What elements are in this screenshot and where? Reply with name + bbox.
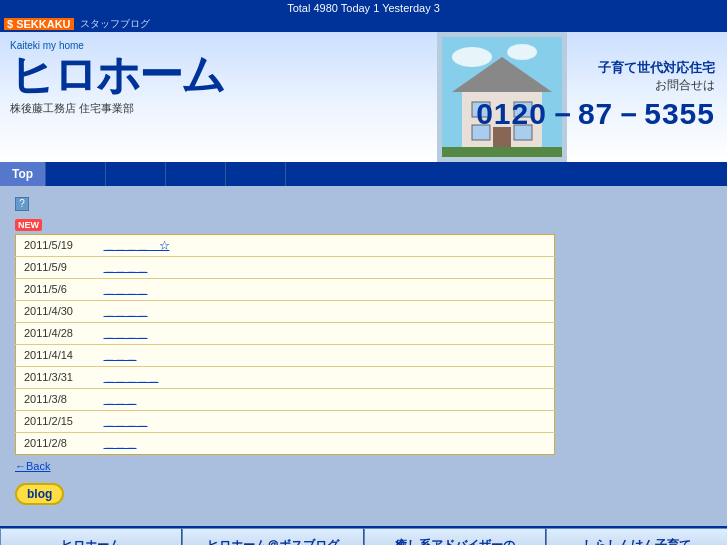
diary-table: 2011/5/19＿＿＿＿ ☆2011/5/9＿＿＿＿2011/5/6＿＿＿＿2… (15, 234, 555, 455)
diary-date-cell: 2011/2/8 (16, 432, 96, 454)
nav-item-3[interactable] (106, 162, 166, 186)
brand-label: $ SEKKAKU (4, 18, 74, 30)
footer-btn-1[interactable]: ヒロホームスタッフブログ (0, 528, 182, 545)
table-row: 2011/4/30＿＿＿＿ (16, 300, 555, 322)
table-row: 2011/4/14＿＿＿ (16, 344, 555, 366)
diary-link[interactable]: ＿＿＿＿ (104, 305, 148, 317)
phone-number: 0120－87－5355 (476, 94, 715, 135)
diary-date-cell: 2011/2/15 (16, 410, 96, 432)
header-left: Kaiteki my home ヒロホーム 株後藤工務店 住宅事業部 (0, 32, 340, 162)
diary-link[interactable]: ＿＿＿＿ (104, 261, 148, 273)
diary-link[interactable]: ＿＿＿ (104, 393, 137, 405)
diary-title-cell[interactable]: ＿＿＿＿ (96, 278, 555, 300)
new-badge: NEW (15, 219, 42, 231)
table-row: 2011/2/8＿＿＿ (16, 432, 555, 454)
nav-item-2[interactable] (46, 162, 106, 186)
diary-link[interactable]: ＿＿＿＿ (104, 415, 148, 427)
kosodate-text: 子育て世代対応住宅 (476, 59, 715, 77)
logo-text: ヒロホーム (10, 53, 330, 97)
stats-bar: Total 4980 Today 1 Yesterday 3 (0, 0, 727, 16)
diary-date-cell: 2011/5/19 (16, 234, 96, 256)
footer-btn-2[interactable]: ヒロホーム＠ボスブログ（別宅で家づくり） (182, 528, 364, 545)
diary-title-cell[interactable]: ＿＿＿ (96, 388, 555, 410)
diary-title-cell[interactable]: ＿＿＿＿＿ (96, 366, 555, 388)
sekkaku-bar: $ SEKKAKU スタッフブログ (0, 16, 727, 32)
diary-link[interactable]: ＿＿＿＿ (104, 327, 148, 339)
diary-link[interactable]: ＿＿＿＿ ☆ (104, 239, 170, 251)
stats-text: Total 4980 Today 1 Yesterday 3 (287, 2, 440, 14)
company-label: 株後藤工務店 住宅事業部 (10, 101, 330, 116)
phone-area: 子育て世代対応住宅 お問合せは 0120－87－5355 (476, 59, 715, 135)
header: Kaiteki my home ヒロホーム 株後藤工務店 住宅事業部 (0, 32, 727, 162)
table-row: 2011/4/28＿＿＿＿ (16, 322, 555, 344)
nav-item-4[interactable] (166, 162, 226, 186)
diary-date-cell: 2011/4/14 (16, 344, 96, 366)
diary-date-cell: 2011/5/6 (16, 278, 96, 300)
table-row: 2011/5/9＿＿＿＿ (16, 256, 555, 278)
diary-title-cell[interactable]: ＿＿＿＿ (96, 410, 555, 432)
diary-date-cell: 2011/5/9 (16, 256, 96, 278)
otoiawase-text: お問合せは (476, 77, 715, 94)
nav-spacer (286, 162, 727, 186)
diary-title-cell[interactable]: ＿＿＿ (96, 432, 555, 454)
blog-badge[interactable]: blog (15, 483, 64, 505)
footer-btn-4[interactable]: しらしんけん子育て (546, 528, 727, 545)
diary-link[interactable]: ＿＿＿ (104, 437, 137, 449)
table-row: 2011/5/6＿＿＿＿ (16, 278, 555, 300)
header-right: 子育て世代対応住宅 お問合せは 0120－87－5355 (340, 32, 727, 162)
diary-date-cell: 2011/3/31 (16, 366, 96, 388)
nav-item-5[interactable] (226, 162, 286, 186)
table-row: 2011/3/8＿＿＿ (16, 388, 555, 410)
diary-title-cell[interactable]: ＿＿＿＿ ☆ (96, 234, 555, 256)
table-row: 2011/3/31＿＿＿＿＿ (16, 366, 555, 388)
diary-link[interactable]: ＿＿＿＿ (104, 283, 148, 295)
footer-nav: ヒロホームスタッフブログ ヒロホーム＠ボスブログ（別宅で家づくり） 癒し系アドバ… (0, 526, 727, 545)
diary-date-cell: 2011/4/30 (16, 300, 96, 322)
table-row: 2011/2/15＿＿＿＿ (16, 410, 555, 432)
diary-link[interactable]: ＿＿＿＿＿ (104, 371, 159, 383)
diary-date-cell: 2011/3/8 (16, 388, 96, 410)
help-icon[interactable]: ? (15, 197, 29, 211)
diary-date-cell: 2011/4/28 (16, 322, 96, 344)
nav-item-top[interactable]: Top (0, 162, 46, 186)
nav-bar: Top (0, 162, 727, 186)
main-content: ? NEW 2011/5/19＿＿＿＿ ☆2011/5/9＿＿＿＿2011/5/… (0, 186, 727, 526)
diary-title-cell[interactable]: ＿＿＿＿ (96, 322, 555, 344)
diary-title-cell[interactable]: ＿＿＿＿ (96, 300, 555, 322)
sekkaku-link[interactable]: スタッフブログ (80, 17, 150, 31)
diary-link[interactable]: ＿＿＿ (104, 349, 137, 361)
back-link[interactable]: ←Back (15, 460, 50, 472)
diary-title-cell[interactable]: ＿＿＿ (96, 344, 555, 366)
table-row: 2011/5/19＿＿＿＿ ☆ (16, 234, 555, 256)
footer-btn-3[interactable]: 癒し系アドバイザーの日々 (364, 528, 546, 545)
diary-title-cell[interactable]: ＿＿＿＿ (96, 256, 555, 278)
